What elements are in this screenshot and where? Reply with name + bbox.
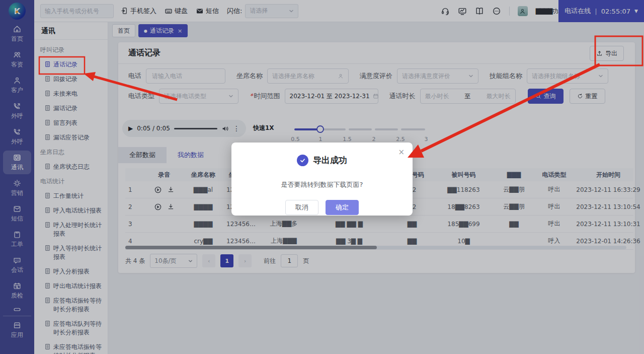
dialog-buttons: 取消 确定 <box>231 200 413 215</box>
dialog-title-row: 导出成功 <box>231 155 413 166</box>
app-root: K 首页 客资 客户 外呼 外呼 通讯 营销 <box>0 0 644 354</box>
dialog-message: 是否要跳转到数据下载页面? <box>231 180 413 189</box>
confirm-button[interactable]: 确定 <box>326 200 359 215</box>
close-icon[interactable]: × <box>398 149 405 156</box>
export-success-dialog: × 导出成功 是否要跳转到数据下载页面? 取消 确定 <box>231 143 413 216</box>
success-check-icon <box>297 155 308 166</box>
cancel-button[interactable]: 取消 <box>285 200 318 215</box>
dialog-title: 导出成功 <box>313 155 347 166</box>
